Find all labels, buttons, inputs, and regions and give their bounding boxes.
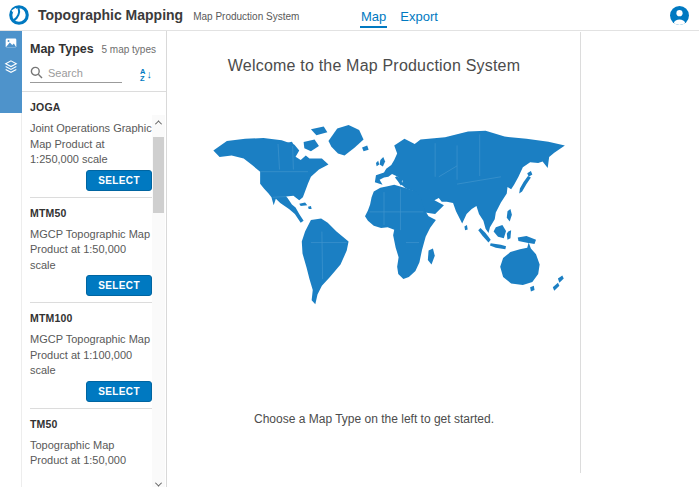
map-type-description: Joint Operations Graphic Map Product at …: [30, 121, 152, 168]
select-button[interactable]: SELECT: [86, 381, 152, 402]
map-type-count: 5 map types: [102, 44, 156, 55]
map-types-header: Map Types 5 map types: [22, 31, 166, 56]
scroll-up-button[interactable]: [152, 115, 165, 129]
list-item-mtm50: MTM50 MGCP Topographic Map Product at 1:…: [30, 198, 152, 304]
map-type-name: MTM100: [30, 309, 152, 324]
main-area: Welcome to the Map Production System: [167, 31, 699, 487]
top-nav: Map Export: [360, 0, 439, 31]
select-button[interactable]: SELECT: [86, 170, 152, 191]
list-item-tm50: TM50 Topographic Map Product at 1:50,000…: [30, 409, 152, 469]
app-header: Topographic Mapping Map Production Syste…: [0, 0, 699, 31]
get-started-hint: Choose a Map Type on the left to get sta…: [167, 412, 581, 426]
map-panel-icon[interactable]: [0, 31, 22, 55]
map-type-description: Topographic Map Product at 1:50,000 scal…: [30, 438, 152, 469]
search-row: AZ ↓: [22, 56, 166, 83]
search-input[interactable]: [48, 67, 122, 79]
nav-tab-export[interactable]: Export: [399, 3, 439, 28]
layers-icon[interactable]: [0, 55, 22, 79]
sort-a-z-icon[interactable]: AZ ↓: [140, 68, 152, 82]
app-subtitle: Map Production System: [193, 11, 299, 22]
map-types-panel: Map Types 5 map types AZ ↓ JOGA Joint Op…: [22, 31, 167, 487]
tool-strip: [0, 31, 22, 487]
map-type-description: MGCP Topographic Map Product at 1:100,00…: [30, 332, 152, 379]
chevron-up-icon: [155, 120, 162, 127]
chevron-down-icon: [155, 479, 162, 486]
map-type-name: JOGA: [30, 98, 152, 113]
list-item-mtm100: MTM100 MGCP Topographic Map Product at 1…: [30, 303, 152, 409]
list-item-joga: JOGA Joint Operations Graphic Map Produc…: [30, 92, 152, 198]
map-type-description: MGCP Topographic Map Product at 1:50,000…: [30, 227, 152, 274]
search-icon: [30, 66, 43, 79]
map-type-name: TM50: [30, 415, 152, 430]
scroll-down-button[interactable]: [152, 477, 165, 487]
search-box[interactable]: [30, 66, 122, 83]
sidebar-scrollbar[interactable]: [152, 115, 165, 487]
panel-title: Map Types: [30, 42, 94, 56]
welcome-title: Welcome to the Map Production System: [167, 31, 581, 75]
scrollbar-thumb[interactable]: [153, 137, 164, 213]
main-right-divider: [580, 32, 581, 473]
world-map: [201, 122, 567, 312]
tool-strip-highlight: [0, 31, 22, 113]
welcome-panel: Welcome to the Map Production System: [167, 31, 581, 487]
globe-logo-icon: [8, 4, 30, 26]
select-button[interactable]: SELECT: [86, 275, 152, 296]
user-avatar-icon[interactable]: [670, 6, 689, 25]
nav-tab-map[interactable]: Map: [360, 3, 387, 28]
app-title: Topographic Mapping: [38, 7, 183, 23]
map-type-list: JOGA Joint Operations Graphic Map Produc…: [22, 92, 166, 468]
map-type-name: MTM50: [30, 204, 152, 219]
app-body: Map Types 5 map types AZ ↓ JOGA Joint Op…: [0, 31, 699, 487]
